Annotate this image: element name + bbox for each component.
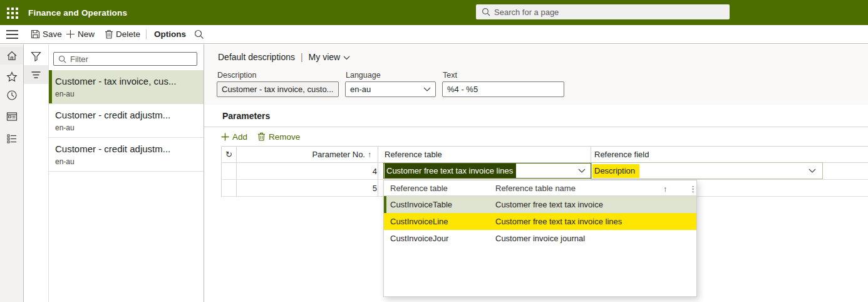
text-field[interactable]: %4 - %5: [442, 81, 564, 97]
sort-ascending-icon: ↑: [368, 150, 371, 159]
reference-table-value: Customer free text tax invoice lines: [385, 164, 516, 178]
hamburger-menu-icon[interactable]: [6, 30, 18, 41]
page-title: Default descriptions: [218, 52, 295, 62]
refresh-icon[interactable]: ↻: [222, 147, 237, 162]
view-selector[interactable]: My view: [309, 52, 341, 62]
grid-toolbar: Add Remove: [221, 129, 300, 144]
nav-rail: [0, 44, 24, 302]
reference-table-lookup: Reference table Reference table name ↑ ⋮…: [383, 180, 697, 297]
column-header-reference-table[interactable]: Reference table: [378, 147, 591, 162]
page-search-placeholder: Search for a page: [494, 8, 559, 17]
chevron-down-icon: [423, 87, 431, 92]
search-icon: [194, 29, 204, 39]
column-header-parameter-no[interactable]: Parameter No. ↑: [237, 147, 378, 162]
remove-button[interactable]: Remove: [257, 132, 300, 142]
lookup-row[interactable]: CustInvoiceJour Customer invoice journal: [384, 230, 696, 247]
list-item[interactable]: Customer - credit adjustm... en-au: [49, 104, 204, 138]
filter-input[interactable]: Filter: [53, 52, 197, 66]
add-icon: [221, 133, 229, 141]
action-bar-separator: [146, 29, 147, 39]
parameters-section-header[interactable]: [204, 105, 868, 127]
list-item[interactable]: Customer - tax invoice, cus... en-au: [49, 70, 204, 104]
record-list: Customer - tax invoice, cus... en-au Cus…: [49, 70, 204, 172]
search-icon: [58, 55, 66, 63]
more-options-icon[interactable]: ⋮: [689, 184, 697, 194]
reference-field-combobox[interactable]: Description: [591, 162, 823, 179]
text-label: Text: [443, 71, 457, 80]
column-header-reference-field[interactable]: Reference field: [591, 147, 868, 162]
list-lines-icon[interactable]: [24, 70, 48, 80]
language-combobox[interactable]: en-au: [345, 81, 436, 97]
filter-placeholder: Filter: [70, 55, 88, 64]
top-bar: [0, 0, 868, 25]
lookup-row[interactable]: CustInvoiceLine Customer free text tax i…: [384, 213, 696, 230]
home-icon[interactable]: [0, 50, 24, 61]
cell-parameter-no: 4: [237, 163, 378, 179]
action-search-button[interactable]: [194, 25, 204, 43]
search-icon: [482, 8, 490, 16]
sort-ascending-icon: ↑: [663, 184, 668, 194]
save-button[interactable]: Save: [31, 25, 62, 43]
save-icon: [31, 29, 40, 39]
language-label: Language: [346, 71, 381, 80]
task-list-icon[interactable]: [0, 133, 24, 144]
delete-button[interactable]: Delete: [105, 25, 140, 43]
page-header: Default descriptions | My view: [218, 52, 350, 62]
lookup-row[interactable]: CustInvoiceTable Customer free text tax …: [384, 196, 696, 213]
trash-icon: [105, 29, 113, 39]
parameters-title: Parameters: [222, 111, 270, 121]
reference-table-combobox[interactable]: Customer free text tax invoice lines: [383, 163, 591, 179]
chevron-down-icon[interactable]: [809, 169, 816, 174]
recent-clock-icon[interactable]: [0, 90, 24, 101]
options-button[interactable]: Options: [154, 25, 186, 43]
description-label: Description: [217, 71, 257, 80]
reference-field-value: Description: [592, 164, 639, 178]
add-button[interactable]: Add: [221, 132, 247, 142]
app-title: Finance and Operations: [28, 0, 127, 25]
form-page-icon[interactable]: [0, 111, 24, 122]
cell-parameter-no: 5: [237, 180, 378, 196]
new-button[interactable]: New: [66, 25, 95, 43]
description-field[interactable]: Customer - tax invoice, custo...: [217, 81, 339, 97]
lookup-header-row: Reference table Reference table name ↑ ⋮: [384, 180, 696, 196]
grid-header-row: ↻ Parameter No. ↑ Reference table Refere…: [222, 146, 868, 163]
chevron-down-icon[interactable]: [578, 169, 586, 174]
lookup-column-reference-table[interactable]: Reference table: [384, 184, 495, 193]
chevron-down-icon[interactable]: [343, 56, 350, 60]
waffle-menu-icon[interactable]: [7, 8, 18, 19]
trash-icon: [257, 132, 266, 141]
add-icon: [66, 29, 75, 39]
favorites-star-icon[interactable]: [0, 71, 24, 83]
list-item[interactable]: Customer - credit adjustm... en-au: [49, 138, 204, 172]
filter-funnel-icon[interactable]: [24, 51, 48, 62]
page-search-box[interactable]: Search for a page: [476, 4, 730, 19]
